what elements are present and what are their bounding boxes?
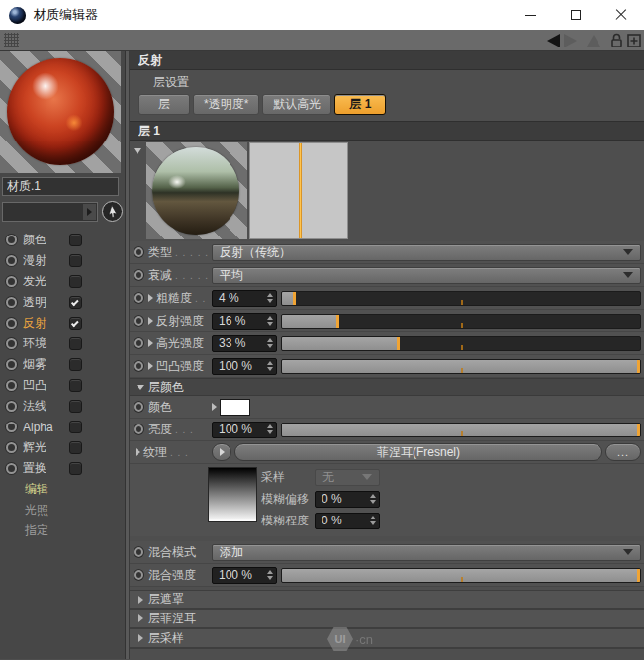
bump-str-radio[interactable] bbox=[134, 361, 143, 371]
mix-mode-dropdown[interactable]: 添加 bbox=[212, 544, 641, 561]
channel-label[interactable]: 透明 bbox=[23, 294, 69, 311]
channel-row-5[interactable]: 环境 bbox=[0, 333, 125, 354]
channel-radio[interactable] bbox=[6, 318, 17, 329]
expand-arrow-icon[interactable] bbox=[148, 339, 153, 347]
blur-offset-field[interactable]: 0 % bbox=[315, 491, 380, 508]
type-dropdown[interactable]: 反射（传统） bbox=[212, 244, 641, 261]
refl-str-radio[interactable] bbox=[134, 316, 143, 326]
mix-strength-radio[interactable] bbox=[134, 570, 143, 580]
history-back-icon[interactable] bbox=[547, 34, 560, 47]
mix-strength-slider[interactable] bbox=[281, 568, 641, 583]
refl-str-field[interactable]: 16 % bbox=[212, 313, 277, 330]
channel-label[interactable]: 环境 bbox=[23, 335, 69, 352]
sidebar-page-2[interactable]: 指定 bbox=[0, 520, 125, 541]
channel-checkbox[interactable] bbox=[69, 400, 82, 413]
spec-str-radio[interactable] bbox=[134, 338, 143, 348]
channel-checkbox[interactable] bbox=[69, 358, 82, 371]
channel-label[interactable]: 凹凸 bbox=[23, 377, 69, 394]
channel-checkbox[interactable] bbox=[69, 254, 82, 267]
channel-radio[interactable] bbox=[6, 422, 17, 432]
channel-row-11[interactable]: 置换 bbox=[0, 458, 125, 479]
channel-label[interactable]: 置换 bbox=[23, 460, 69, 477]
channel-checkbox[interactable] bbox=[69, 421, 82, 433]
channel-checkbox[interactable] bbox=[69, 337, 82, 350]
slider-handle[interactable] bbox=[397, 337, 400, 350]
spec-str-field[interactable]: 33 % bbox=[212, 335, 277, 352]
falloff-dropdown[interactable]: 平均 bbox=[212, 267, 641, 284]
material-preview[interactable] bbox=[0, 51, 121, 173]
brightness-radio[interactable] bbox=[134, 424, 143, 434]
channel-radio[interactable] bbox=[6, 442, 17, 453]
expand-arrow-icon[interactable] bbox=[212, 403, 217, 411]
slider-handle[interactable] bbox=[637, 360, 640, 373]
channel-label[interactable]: 漫射 bbox=[23, 252, 69, 269]
channel-row-10[interactable]: 辉光 bbox=[0, 437, 125, 458]
expand-arrow-icon[interactable] bbox=[148, 362, 153, 370]
maximize-button[interactable] bbox=[553, 0, 598, 30]
add-icon[interactable] bbox=[627, 34, 641, 47]
channel-label[interactable]: 颜色 bbox=[23, 232, 69, 248]
mix-mode-radio[interactable] bbox=[134, 547, 143, 557]
spinner-arrows[interactable] bbox=[267, 570, 273, 580]
color-swatch[interactable] bbox=[220, 399, 250, 416]
channel-radio[interactable] bbox=[6, 338, 17, 349]
color-radio[interactable] bbox=[134, 402, 143, 412]
falloff-radio[interactable] bbox=[134, 270, 143, 280]
channel-radio[interactable] bbox=[6, 297, 17, 308]
channel-label[interactable]: 反射 bbox=[23, 315, 69, 331]
channel-label[interactable]: 烟雾 bbox=[23, 356, 69, 373]
spec-str-slider[interactable] bbox=[281, 336, 641, 351]
spinner-arrows[interactable] bbox=[267, 424, 273, 434]
expand-arrow-icon[interactable] bbox=[148, 294, 153, 302]
blurriness-field[interactable]: 0 % bbox=[315, 513, 380, 529]
layer-color-header[interactable]: 层颜色 bbox=[130, 378, 644, 396]
roughness-radio[interactable] bbox=[134, 293, 143, 303]
expand-arrow-icon[interactable] bbox=[148, 317, 153, 325]
collapsed-section-1[interactable]: 层菲涅耳 bbox=[130, 610, 644, 629]
spinner-arrows[interactable] bbox=[267, 361, 273, 371]
bump-str-field[interactable]: 100 % bbox=[212, 358, 277, 375]
history-forward-icon[interactable] bbox=[564, 34, 577, 47]
spinner-arrows[interactable] bbox=[267, 338, 273, 348]
bump-str-slider[interactable] bbox=[281, 359, 641, 374]
spinner-arrows[interactable] bbox=[370, 516, 376, 525]
channel-row-1[interactable]: 漫射 bbox=[0, 250, 125, 271]
channel-radio[interactable] bbox=[6, 276, 17, 287]
channel-checkbox[interactable] bbox=[69, 234, 82, 246]
channel-radio[interactable] bbox=[6, 463, 17, 474]
texture-popup-button[interactable] bbox=[212, 443, 231, 461]
channel-label[interactable]: 发光 bbox=[23, 273, 69, 290]
fresnel-gradient-thumbnail[interactable] bbox=[208, 467, 257, 522]
minimize-button[interactable] bbox=[507, 0, 553, 30]
lock-icon[interactable] bbox=[610, 33, 623, 47]
channel-row-6[interactable]: 烟雾 bbox=[0, 354, 125, 375]
tab-3[interactable]: 层 1 bbox=[334, 94, 386, 115]
channel-label[interactable]: 辉光 bbox=[23, 439, 69, 456]
channel-checkbox[interactable] bbox=[69, 317, 82, 330]
type-radio[interactable] bbox=[134, 247, 143, 257]
channel-checkbox[interactable] bbox=[69, 379, 82, 392]
roughness-slider[interactable] bbox=[281, 291, 641, 306]
texture-shader-button[interactable]: 菲涅耳(Fresnel) bbox=[234, 443, 602, 461]
channel-row-0[interactable]: 颜色 bbox=[0, 230, 125, 250]
layer-sphere-preview[interactable] bbox=[146, 142, 247, 239]
channel-checkbox[interactable] bbox=[69, 441, 82, 454]
channel-row-4[interactable]: 反射 bbox=[0, 313, 125, 333]
channel-label[interactable]: 法线 bbox=[23, 398, 69, 415]
pick-material-button[interactable] bbox=[102, 201, 123, 222]
channel-checkbox[interactable] bbox=[69, 275, 82, 288]
channel-radio[interactable] bbox=[6, 359, 17, 370]
spinner-arrows[interactable] bbox=[370, 494, 376, 504]
material-name-input[interactable] bbox=[2, 177, 119, 196]
close-button[interactable] bbox=[598, 0, 644, 30]
slider-handle[interactable] bbox=[637, 569, 640, 582]
channel-radio[interactable] bbox=[6, 380, 17, 391]
channel-label[interactable]: Alpha bbox=[23, 421, 69, 434]
expand-arrow-icon[interactable] bbox=[136, 448, 140, 456]
refl-str-slider[interactable] bbox=[281, 314, 641, 329]
spinner-arrows[interactable] bbox=[267, 316, 273, 326]
layer-expander-icon[interactable] bbox=[134, 148, 141, 154]
shader-popup-button[interactable] bbox=[83, 204, 96, 220]
sidebar-page-1[interactable]: 光照 bbox=[0, 500, 125, 520]
slider-handle[interactable] bbox=[336, 315, 339, 328]
